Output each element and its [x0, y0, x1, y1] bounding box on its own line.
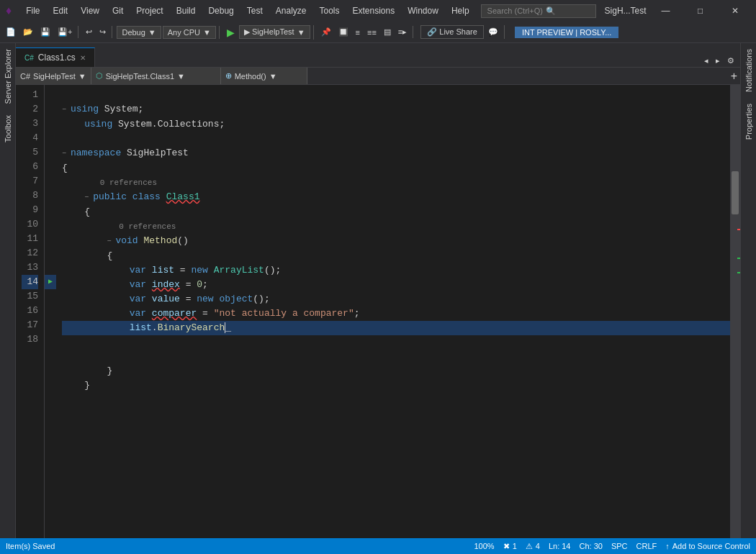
project-dropdown[interactable]: C# SigHelpTest ▼ — [16, 68, 91, 84]
line-col: Ln: 14 — [549, 542, 571, 550]
left-sidebar: Server Explorer Toolbox — [0, 43, 16, 538]
tool3-btn[interactable]: ▤ — [381, 26, 394, 38]
toolbar-extra-group: 📌 🔲 ≡ ≡≡ ▤ ≡▸ — [318, 26, 414, 38]
chevron-down-icon: ▼ — [177, 72, 185, 81]
nav-add-btn[interactable]: + — [728, 68, 740, 84]
toolbar-debug-group: Debug ▼ Any CPU ▼ — [117, 26, 219, 39]
redo-btn[interactable]: ↪ — [96, 26, 109, 38]
ch-value: Ch: 30 — [579, 542, 602, 550]
menu-window[interactable]: Window — [402, 4, 444, 17]
tab-close-btn[interactable]: ✕ — [80, 54, 86, 62]
tool1-btn[interactable]: ≡ — [353, 27, 363, 38]
menu-extensions[interactable]: Extensions — [347, 4, 401, 17]
run-target-dropdown[interactable]: ▶ SigHelpTest ▼ — [239, 25, 310, 39]
tab-settings[interactable]: ⚙ — [724, 55, 737, 67]
undo-btn[interactable]: ↩ — [83, 26, 95, 38]
error-count[interactable]: ✖ 1 — [503, 542, 517, 551]
tab-filename: Class1.cs — [38, 53, 76, 63]
warning-count[interactable]: ⚠ 4 — [526, 542, 540, 551]
menu-file[interactable]: File — [20, 4, 45, 17]
scrollbar-right[interactable] — [730, 85, 740, 538]
save-btn[interactable]: 💾 — [37, 26, 53, 38]
warning-value: 4 — [536, 542, 540, 550]
spc-item[interactable]: SPC — [611, 542, 628, 550]
window-title: SigH...Test — [605, 6, 647, 16]
code-line-6-refs: 0 references — [62, 178, 157, 187]
class-icon: ⬡ — [96, 71, 103, 81]
member-dropdown[interactable]: ⊕ Method() ▼ — [221, 68, 307, 84]
search-icon: 🔍 — [546, 6, 556, 16]
pin-btn[interactable]: 📌 — [318, 26, 334, 38]
items-saved: Item(s) Saved — [6, 542, 55, 550]
menu-edit[interactable]: Edit — [48, 4, 74, 17]
new-project-btn[interactable]: 📄 — [3, 26, 19, 38]
sidebar-server-explorer[interactable]: Server Explorer — [1, 43, 15, 109]
status-right: 100% ✖ 1 ⚠ 4 Ln: 14 Ch: 30 SPC CRLF ↑ Ad… — [474, 542, 751, 551]
chevron-down-icon: ▼ — [148, 28, 156, 37]
sidebar-notifications[interactable]: Notifications — [742, 43, 756, 98]
zoom-level[interactable]: 100% — [474, 542, 495, 550]
menu-test[interactable]: Test — [241, 4, 269, 17]
code-line-13: var comparer = "not actually a comparer"… — [62, 308, 360, 319]
vs-logo: ♦ — [6, 4, 12, 17]
source-control-label: Add to Source Control — [672, 542, 750, 550]
feedback-btn[interactable]: 💬 — [485, 26, 501, 38]
menu-view[interactable]: View — [75, 4, 105, 17]
sidebar-properties[interactable]: Properties — [742, 98, 756, 145]
zoom-value: 100% — [474, 542, 495, 550]
tab-bar-actions: ◂ ▸ ⚙ — [698, 55, 740, 67]
maximize-button[interactable]: □ — [684, 0, 717, 22]
platform-dropdown[interactable]: Any CPU ▼ — [163, 26, 216, 39]
member-name: Method() — [235, 72, 266, 81]
spc-value: SPC — [611, 542, 628, 550]
success-indicator2 — [737, 272, 740, 273]
source-control-item[interactable]: ↑ Add to Source Control — [665, 542, 750, 550]
menu-git[interactable]: Git — [107, 4, 129, 17]
success-indicator — [737, 258, 740, 259]
open-btn[interactable]: 📂 — [20, 26, 36, 38]
code-editor[interactable]: 1 2 3 4 5 6 7 8 9 10 11 12 13 14 15 16 1… — [16, 85, 740, 538]
code-line-4: −namespace SigHelpTest — [62, 147, 189, 158]
active-tab[interactable]: C# Class1.cs ✕ — [16, 47, 95, 67]
code-line-1: −using System; — [62, 104, 143, 114]
tool4-btn[interactable]: ≡▸ — [395, 26, 410, 38]
menu-build[interactable]: Build — [171, 4, 202, 17]
menu-help[interactable]: Help — [446, 4, 475, 17]
close-button[interactable]: ✕ — [719, 0, 752, 22]
items-saved-text: Item(s) Saved — [6, 542, 55, 550]
sidebar-toolbox[interactable]: Toolbox — [1, 109, 15, 148]
error-value: 1 — [513, 542, 517, 550]
debug-config-dropdown[interactable]: Debug ▼ — [117, 26, 161, 39]
menu-project[interactable]: Project — [130, 4, 168, 17]
project-name: SigHelpTest — [33, 72, 76, 81]
code-line-5: { — [62, 163, 68, 173]
code-content[interactable]: −using System; using System.Collections;… — [56, 85, 730, 538]
live-share-btn[interactable]: 🔗 Live Share — [420, 25, 484, 39]
minimize-button[interactable]: — — [649, 0, 683, 22]
menu-debug[interactable]: Debug — [202, 4, 239, 17]
save-all-btn[interactable]: 💾+ — [55, 26, 75, 38]
code-line-8: −void Method() — [62, 235, 189, 246]
menu-analyze[interactable]: Analyze — [270, 4, 312, 17]
tab-scroll-left[interactable]: ◂ — [701, 55, 711, 67]
right-sidebar: Notifications Properties — [740, 43, 756, 538]
int-preview-btn[interactable]: INT PREVIEW | ROSLY... — [515, 27, 619, 38]
tool2-btn[interactable]: ≡≡ — [364, 27, 379, 38]
tab-scroll-right[interactable]: ▸ — [713, 55, 723, 67]
menu-tools[interactable]: Tools — [313, 4, 345, 17]
diag-btn[interactable]: 🔲 — [336, 26, 351, 38]
nav-bar: C# SigHelpTest ▼ ⬡ SigHelpTest.Class1 ▼ … — [16, 68, 740, 85]
code-line-14: list.BinarySearch_ — [62, 321, 730, 335]
source-control-icon: ↑ — [665, 542, 670, 550]
search-box[interactable]: Search (Ctrl+Q) 🔍 — [481, 4, 596, 18]
scrollbar-thumb[interactable] — [732, 171, 739, 214]
crlf-item[interactable]: CRLF — [636, 542, 657, 550]
code-line-2: using System.Collections; — [62, 119, 225, 130]
class-dropdown[interactable]: ⬡ SigHelpTest.Class1 ▼ — [91, 68, 221, 84]
code-line-12: var value = new object(); — [62, 294, 270, 304]
code-line-11: var index = 0; — [62, 279, 208, 290]
code-line-8-refs: 0 references — [62, 222, 176, 231]
toolbar-new-group: 📄 📂 💾 💾+ — [3, 26, 78, 38]
run-btn[interactable]: ▶ — [224, 25, 238, 40]
editor-area: C# Class1.cs ✕ ◂ ▸ ⚙ C# SigHelpTest ▼ ⬡ … — [16, 43, 740, 538]
